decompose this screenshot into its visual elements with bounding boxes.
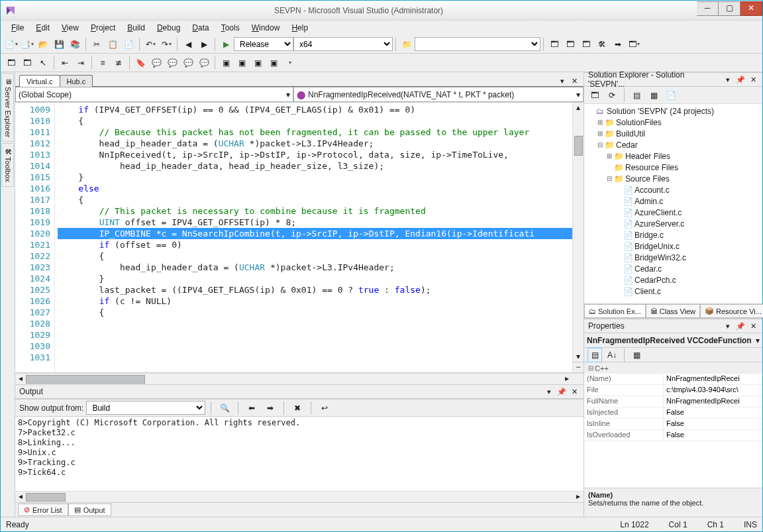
paste-icon[interactable]: 📄 <box>121 37 136 52</box>
prop-isinjected[interactable]: IsInjectedFalse <box>584 407 762 419</box>
close-panel-icon[interactable]: ✕ <box>748 321 758 331</box>
wordwrap-icon[interactable]: ↩ <box>317 401 332 415</box>
clear-icon[interactable]: ✖ <box>290 401 305 415</box>
start-debug-icon[interactable]: ▶ <box>219 37 233 52</box>
menu-window[interactable]: Window <box>246 22 285 34</box>
project-solutionfiles[interactable]: ⊞📁SolutionFiles <box>584 117 762 128</box>
save-all-icon[interactable]: 📚 <box>68 37 82 52</box>
close-panel-icon[interactable]: ✕ <box>748 74 758 85</box>
scroll-thumb[interactable] <box>574 136 583 156</box>
t2-icon[interactable]: ↖ <box>36 56 50 70</box>
new-project-icon[interactable]: 📄▾ <box>4 37 19 52</box>
output-hscrollbar[interactable]: ◂ ▸ <box>15 491 584 502</box>
open-icon[interactable]: 📂 <box>36 37 50 52</box>
t2-menu-icon[interactable]: ▾ <box>282 56 297 70</box>
copy-icon[interactable]: 📋 <box>105 37 120 52</box>
menu-tools[interactable]: Tools <box>216 22 245 34</box>
menu-debug[interactable]: Debug <box>152 22 185 34</box>
t2-icon[interactable]: ▣ <box>266 56 281 70</box>
categorized-icon[interactable]: ▤ <box>587 348 602 362</box>
nav-back-icon[interactable]: ◀ <box>181 37 195 52</box>
uncomment-icon[interactable]: ≢ <box>111 56 126 70</box>
t2-icon[interactable]: 💬 <box>181 56 195 70</box>
menu-data[interactable]: Data <box>187 22 214 34</box>
se-icon[interactable]: 🗔 <box>587 88 602 103</box>
se-refresh-icon[interactable]: ⟳ <box>605 88 619 103</box>
bookmark-icon[interactable]: 🔖 <box>133 56 148 70</box>
nav-fwd-icon[interactable]: ▶ <box>197 37 211 52</box>
member-combo[interactable]: ⬤ NnFragmentedIpReceived(NATIVE_NAT * t,… <box>293 87 584 102</box>
output-source-combo[interactable]: Build <box>86 401 205 415</box>
file-cedarpch-c[interactable]: 📄CedarPch.c <box>584 274 762 286</box>
props-icon[interactable]: 🗔 <box>563 37 578 52</box>
props-object[interactable]: NnFragmentedIpReceived VCCodeFunction <box>587 336 752 345</box>
outdent-icon[interactable]: ⇤ <box>58 56 72 70</box>
properties-grid[interactable]: ⊟ C++(Name)NnFragmentedIpReceiFilec:\tmp… <box>584 362 762 488</box>
file-client-c[interactable]: 📄Client.c <box>584 286 762 297</box>
toolbox-tab[interactable]: 🛠 Toolbox <box>1 143 14 187</box>
editor[interactable]: 1009101010111012101310141015101610171018… <box>15 103 584 373</box>
pin-icon[interactable]: 📌 <box>735 74 746 85</box>
menu-edit[interactable]: Edit <box>30 22 55 34</box>
start-page-icon[interactable]: ➡ <box>611 37 625 52</box>
menu-view[interactable]: View <box>56 22 84 34</box>
redo-icon[interactable]: ↷▾ <box>159 37 174 52</box>
folder-resource-files[interactable]: 📁Resource Files <box>584 162 762 173</box>
pin-icon[interactable]: 📌 <box>735 321 746 331</box>
t2-icon[interactable]: 💬 <box>197 56 211 70</box>
scope-combo[interactable]: (Global Scope) ▾ <box>15 87 293 102</box>
find-in-files-icon[interactable]: 📁 <box>399 37 414 52</box>
prop-file[interactable]: Filec:\tmp\v4.03-9404\src\ <box>584 385 762 396</box>
scroll-thumb[interactable] <box>26 493 66 502</box>
folder-header-files[interactable]: ⊞📁Header Files <box>584 150 762 162</box>
other-windows-icon[interactable]: 🗔▾ <box>627 37 641 52</box>
cut-icon[interactable]: ✂ <box>89 37 104 52</box>
close-button[interactable]: ✕ <box>740 1 762 16</box>
find-msg-icon[interactable]: 🔍 <box>217 401 232 415</box>
obj-browser-icon[interactable]: 🗔 <box>579 37 593 52</box>
se-props-icon[interactable]: 📄 <box>664 88 678 103</box>
t2-icon[interactable]: 🗔 <box>20 56 34 70</box>
prop-fullname[interactable]: FullNameNnFragmentedIpRecei <box>584 396 762 407</box>
prop-pages-icon[interactable]: ▦ <box>629 348 644 362</box>
output-tab[interactable]: ▤Output <box>68 504 111 516</box>
alphabetical-icon[interactable]: A↓ <box>605 348 619 362</box>
se-showall-icon[interactable]: ▦ <box>646 88 661 103</box>
maximize-button[interactable]: ▢ <box>719 1 740 16</box>
project-buildutil[interactable]: ⊞📁BuildUtil <box>584 128 762 139</box>
indent-icon[interactable]: ⇥ <box>74 56 88 70</box>
platform-combo[interactable]: x64 <box>293 37 393 51</box>
active-files-menu-icon[interactable]: ▾ <box>557 76 568 86</box>
scroll-thumb[interactable] <box>26 375 145 384</box>
tab-resource-view[interactable]: 📦Resource Vi... <box>700 304 763 318</box>
file-cedar-c[interactable]: 📄Cedar.c <box>584 263 762 274</box>
editor-vscrollbar[interactable]: ▴ ▾ − <box>572 103 584 372</box>
error-list-tab[interactable]: ⊘Error List <box>18 504 68 516</box>
undo-icon[interactable]: ↶▾ <box>143 37 158 52</box>
file-bridgewin32-c[interactable]: 📄BridgeWin32.c <box>584 252 762 263</box>
chevron-down-icon[interactable]: ▾ <box>756 336 760 345</box>
se-sync-icon[interactable]: 🗔 <box>547 37 562 52</box>
panel-menu-icon[interactable]: ▾ <box>723 74 733 85</box>
add-item-icon[interactable]: 📑▾ <box>20 37 34 52</box>
file-bridgeunix-c[interactable]: 📄BridgeUnix.c <box>584 240 762 252</box>
file-azureclient-c[interactable]: 📄AzureClient.c <box>584 207 762 218</box>
file-account-c[interactable]: 📄Account.c <box>584 184 762 195</box>
solution-config-combo[interactable]: Release <box>234 37 293 51</box>
menu-file[interactable]: File <box>6 22 29 34</box>
t2-icon[interactable]: 💬 <box>165 56 179 70</box>
menu-project[interactable]: Project <box>85 22 121 34</box>
tab-class-view[interactable]: 🏛Class View <box>646 304 700 318</box>
doc-tab-virtual-c[interactable]: Virtual.c <box>19 75 60 87</box>
minimize-button[interactable]: ─ <box>697 1 719 16</box>
t2-icon[interactable]: 💬 <box>149 56 164 70</box>
next-msg-icon[interactable]: ➡ <box>263 401 278 415</box>
solution-tree[interactable]: 🗂Solution 'SEVPN' (24 projects)⊞📁Solutio… <box>584 104 762 303</box>
t2-icon[interactable]: ▣ <box>219 56 233 70</box>
server-explorer-tab[interactable]: 🖥 Server Explorer <box>1 73 14 142</box>
pin-icon[interactable]: 📌 <box>556 386 567 397</box>
comment-icon[interactable]: ≡ <box>95 56 110 70</box>
code-area[interactable]: if (IPV4_GET_OFFSET(ip) == 0 && (IPV4_GE… <box>55 103 572 372</box>
editor-hscrollbar[interactable]: ◂ ▸ <box>15 373 584 384</box>
t2-icon[interactable]: 🗔 <box>4 56 19 70</box>
